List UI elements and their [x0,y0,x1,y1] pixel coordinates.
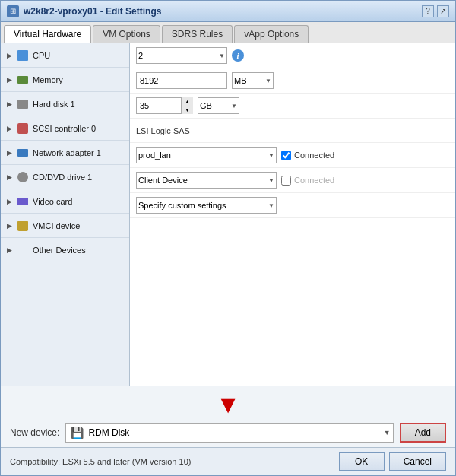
memory-settings-row: MB GB [130,68,455,94]
cpu-icon [17,49,29,62]
footer-buttons: OK Cancel [339,452,446,471]
arrow-row: ▼ [1,386,455,418]
network-arrow: ▶ [7,149,13,157]
settings-panel: 2 i MB GB ▲ [130,43,455,386]
hard-disk-spinner-btns: ▲ ▼ [181,97,193,114]
video-settings-row: Specify custom settings [130,193,455,218]
scsi-label: SCSI controller 0 [33,124,96,133]
bottom-area: ▼ New device: 💾 RDM Disk Hard Disk Netwo… [1,386,455,475]
footer: Compatibility: ESXi 5.5 and later (VM ve… [1,447,455,475]
network-icon [17,147,29,159]
cpu-info-icon[interactable]: i [232,49,244,62]
hard-disk-arrow: ▶ [7,100,13,108]
hard-disk-spinner-down[interactable]: ▼ [182,106,193,115]
network-settings-row: prod_lan Connected [130,143,455,168]
memory-icon [17,74,29,86]
tabs-bar: Virtual Hardware VM Options SDRS Rules v… [1,22,455,43]
scsi-icon [17,122,29,135]
device-item-other[interactable]: ▶ Other Devices [1,238,129,262]
memory-label: Memory [33,75,63,84]
cpu-arrow: ▶ [7,52,13,59]
down-arrow-icon: ▼ [216,392,240,417]
network-connected-label: Connected [294,151,334,160]
window-icon: ⊞ [7,5,19,17]
add-button[interactable]: Add [400,423,446,443]
main-window: ⊞ w2k8r2-vproxy01 - Edit Settings ? ↗ Vi… [0,0,456,476]
hard-disk-spinner-up[interactable]: ▲ [182,97,193,106]
memory-input[interactable] [136,72,227,89]
cdrom-select[interactable]: Client Device [136,172,277,189]
cdrom-connected-wrapper: Connected [281,176,334,186]
cpu-label: CPU [33,51,50,60]
cdrom-arrow: ▶ [7,173,13,181]
video-label: Video card [33,197,72,206]
device-item-hard-disk[interactable]: ▶ Hard disk 1 [1,92,129,116]
tab-sdrs-rules[interactable]: SDRS Rules [162,25,233,43]
memory-arrow: ▶ [7,76,13,84]
hard-disk-unit-select[interactable]: GB MB [198,97,239,114]
device-item-scsi[interactable]: ▶ SCSI controller 0 [1,116,129,141]
video-icon [17,195,29,208]
expand-button[interactable]: ↗ [437,5,449,17]
video-select-wrapper: Specify custom settings [136,197,277,214]
empty-area [130,218,455,370]
device-item-cdrom[interactable]: ▶ CD/DVD drive 1 [1,165,129,189]
scsi-arrow: ▶ [7,125,13,132]
network-connected-checkbox[interactable] [281,151,291,160]
other-icon [17,244,29,256]
network-select[interactable]: prod_lan [136,147,277,163]
video-select[interactable]: Specify custom settings [136,197,277,214]
cpu-settings-row: 2 i [130,43,455,68]
content-area: ▶ CPU ▶ Memory ▶ Hard disk 1 ▶ SCSI cont… [1,43,455,386]
cpu-select-wrapper: 2 [136,47,227,64]
cdrom-settings-row: Client Device Connected [130,168,455,193]
new-device-label: New device: [10,427,59,438]
compatibility-text: Compatibility: ESXi 5.5 and later (VM ve… [10,457,191,466]
cdrom-connected-checkbox[interactable] [281,176,291,186]
cdrom-icon [17,171,29,183]
network-connected-wrapper: Connected [281,151,334,160]
device-item-network[interactable]: ▶ Network adapter 1 [1,141,129,165]
device-item-vmci[interactable]: ▶ VMCI device [1,214,129,238]
network-select-wrapper: prod_lan [136,147,277,163]
scsi-settings-row: LSI Logic SAS [130,119,455,143]
cdrom-select-wrapper: Client Device [136,172,277,189]
hard-disk-unit-wrapper: GB MB [198,97,239,114]
cancel-button[interactable]: Cancel [389,452,446,471]
tab-vapp-options[interactable]: vApp Options [234,25,309,43]
help-button[interactable]: ? [422,5,434,17]
title-controls: ? ↗ [422,5,449,17]
title-bar-left: ⊞ w2k8r2-vproxy01 - Edit Settings [7,5,161,17]
new-device-select-wrapper: 💾 RDM Disk Hard Disk Network Adapter CD/… [65,423,393,443]
device-item-memory[interactable]: ▶ Memory [1,68,129,92]
memory-unit-select[interactable]: MB GB [232,72,274,89]
network-label: Network adapter 1 [33,148,101,157]
other-label: Other Devices [33,246,86,255]
rdm-disk-icon: 💾 [66,427,88,439]
tab-vm-options[interactable]: VM Options [93,25,160,43]
hard-disk-icon [17,98,29,110]
vmci-icon [17,220,29,232]
title-bar: ⊞ w2k8r2-vproxy01 - Edit Settings ? ↗ [1,1,455,22]
device-item-cpu[interactable]: ▶ CPU [1,43,129,68]
hard-disk-label: Hard disk 1 [33,100,75,109]
new-device-select[interactable]: RDM Disk Hard Disk Network Adapter CD/DV… [88,427,392,438]
memory-unit-wrapper: MB GB [232,72,274,89]
tab-virtual-hardware[interactable]: Virtual Hardware [4,25,91,43]
vmci-arrow: ▶ [7,222,13,230]
device-list: ▶ CPU ▶ Memory ▶ Hard disk 1 ▶ SCSI cont… [1,43,130,386]
vmci-label: VMCI device [33,221,80,230]
other-arrow: ▶ [7,246,13,254]
hard-disk-settings-row: ▲ ▼ GB MB [130,94,455,119]
cpu-select[interactable]: 2 [136,47,227,64]
new-device-row: New device: 💾 RDM Disk Hard Disk Network… [1,418,455,447]
scsi-value: LSI Logic SAS [136,126,190,135]
video-arrow: ▶ [7,198,13,205]
device-item-video[interactable]: ▶ Video card [1,189,129,214]
cdrom-connected-label: Connected [294,176,334,185]
ok-button[interactable]: OK [339,452,385,471]
cdrom-label: CD/DVD drive 1 [33,173,92,182]
window-title: w2k8r2-vproxy01 - Edit Settings [24,6,161,17]
hard-disk-spinner-wrapper: ▲ ▼ [136,97,193,114]
